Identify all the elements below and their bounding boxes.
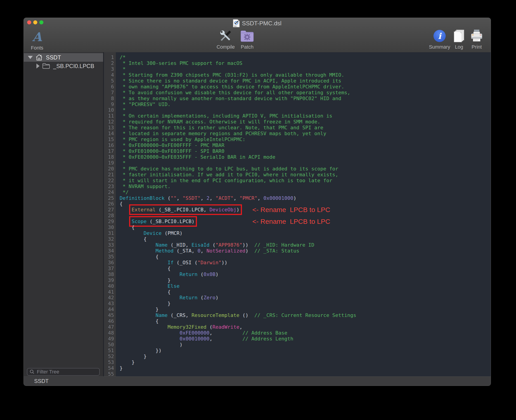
code-line[interactable]: } (120, 353, 491, 360)
code-line[interactable]: External (_SB_.PCI0.LPCB, DeviceObj)<- R… (120, 207, 491, 213)
line-number: 4 (104, 72, 114, 78)
code-line[interactable]: * 0xFE000000~0xFE00FFFF - PMC MBAR (120, 142, 491, 148)
code-line[interactable]: */ (120, 189, 491, 195)
code-line[interactable]: Else (120, 283, 491, 289)
line-number: 55 (104, 371, 114, 377)
code-line[interactable]: /* (120, 54, 491, 60)
code-line[interactable]: { (120, 318, 491, 324)
code-line[interactable]: If (_OSI ("Darwin")) (120, 260, 491, 266)
summary-icon: i (433, 30, 446, 42)
sidebar-item-ssdt[interactable]: SSDT (24, 53, 103, 62)
fonts-button[interactable]: A Fonts (25, 29, 50, 51)
code-line[interactable]: } (120, 365, 491, 371)
code-line[interactable]: } (120, 360, 491, 365)
code-line[interactable]: { (120, 236, 491, 242)
log-button[interactable]: Log (449, 28, 469, 50)
compile-button[interactable]: Compile (213, 28, 238, 50)
code-line[interactable]: Name (_CRS, ResourceTemplate () // _CRS:… (120, 312, 491, 318)
code-line[interactable]: { (120, 225, 491, 230)
code-line[interactable]: DefinitionBlock ("", "SSDT", 2, "ACDT", … (120, 195, 491, 201)
filter-tree-field[interactable] (27, 368, 100, 376)
line-number: 2 (104, 60, 114, 66)
code-line[interactable]: Return (0x0B) (120, 271, 491, 277)
code-line[interactable]: * located in separate memory regions and… (120, 131, 491, 136)
line-number: 54 (104, 365, 114, 371)
code-line[interactable]: } (120, 277, 491, 283)
line-number: 53 (104, 360, 114, 365)
code-line[interactable]: } (120, 307, 491, 312)
patch-button[interactable]: Patch (235, 28, 260, 50)
code-line[interactable]: * (120, 160, 491, 166)
rename-annotation: <- Rename LPCB to LPC (252, 207, 330, 213)
code-line[interactable]: }) (120, 348, 491, 353)
code-line[interactable]: * The reason for this is rather unclear.… (120, 125, 491, 131)
code-line[interactable]: * own naming "APP9876" to access this de… (120, 84, 491, 90)
code-line[interactable]: * PMC region is used by AppleIntelPCHPMC… (120, 136, 491, 142)
svg-text:DSL: DSL (234, 26, 236, 27)
code-line[interactable]: Scope (_SB.PCI0.LPCB)<- Rename LPCB to L… (120, 219, 491, 225)
window-title-group: DSL SSDT-PMC.dsl (24, 19, 491, 28)
path-bar: SSDT (24, 376, 491, 386)
code-line[interactable]: * 0xFE010000~0xFE010FFF - SPI BAR0 (120, 148, 491, 154)
maciasl-window: DSL SSDT-PMC.dsl A Fonts (23, 18, 491, 386)
line-number: 43 (104, 301, 114, 307)
code-line[interactable]: * NVRAM support. (120, 184, 491, 189)
code-line[interactable]: * On certain implementations, including … (120, 113, 491, 119)
patch-label: Patch (235, 44, 260, 50)
code-line[interactable]: * Intel 300-series PMC support for macOS (120, 60, 491, 66)
code-line[interactable]: Return (Zero) (120, 295, 491, 301)
line-number: 1 (104, 54, 114, 60)
print-button[interactable]: Print (467, 28, 486, 50)
code-line[interactable]: Device (PMCR) (120, 230, 491, 236)
title-bar[interactable]: DSL SSDT-PMC.dsl A Fonts (24, 18, 491, 52)
screen: DSL SSDT-PMC.dsl A Fonts (0, 0, 516, 420)
code-line[interactable]: Name (_HID, EisaId ("APP9876")) // _HID:… (120, 242, 491, 248)
line-number: 31 (104, 230, 114, 236)
log-icon (449, 28, 469, 44)
code-line[interactable]: * (120, 66, 491, 72)
code-line[interactable]: { (120, 254, 491, 260)
code-line[interactable]: } (120, 301, 491, 307)
sidebar-item-label: _SB.PCI0.LPCB (53, 63, 94, 69)
sidebar-item-label: SSDT (46, 54, 61, 61)
code-line[interactable]: Method (_STA, 0, NotSerialized) // _STA:… (120, 248, 491, 254)
window-title: SSDT-PMC.dsl (242, 20, 281, 27)
line-number: 16 (104, 142, 114, 148)
code-line[interactable]: * (120, 107, 491, 113)
code-line[interactable]: 0xFE000000, // Address Base (120, 330, 491, 336)
code-line[interactable]: * 0xFE020000~0xFE035FFF - SerialIo BAR i… (120, 154, 491, 160)
disclosure-closed-icon[interactable] (36, 64, 39, 68)
line-number: 19 (104, 160, 114, 166)
path-bar-label: SSDT (34, 378, 49, 384)
code-line[interactable] (120, 371, 491, 377)
code-lines[interactable]: /* * Intel 300-series PMC support for ma… (116, 52, 491, 377)
code-line[interactable]: * "PCHRESV" UID. (120, 102, 491, 107)
line-number: 22 (104, 178, 114, 184)
line-number: 5 (104, 78, 114, 84)
code-line[interactable]: 0x00010000, // Address Length (120, 336, 491, 342)
line-number: 45 (104, 312, 114, 318)
disclosure-open-icon[interactable] (28, 56, 33, 59)
code-line[interactable]: * Starting from Z390 chipsets PMC (D31:F… (120, 72, 491, 78)
code-line[interactable]: * as they normally use another non-stand… (120, 96, 491, 102)
code-line[interactable]: * PMC device has nothing to do to LPC bu… (120, 166, 491, 172)
code-line[interactable]: * Since there is no standard device for … (120, 78, 491, 84)
summary-label: Summary (427, 44, 452, 50)
code-line[interactable]: * it will start in the end of PCI config… (120, 178, 491, 184)
code-line[interactable]: Memory32Fixed (ReadWrite, (120, 324, 491, 330)
code-line[interactable]: * faster initialisation. If we add it to… (120, 172, 491, 178)
line-number: 33 (104, 242, 114, 248)
line-number: 38 (104, 271, 114, 277)
code-line[interactable]: * To avoid confusion we disable this dev… (120, 90, 491, 96)
line-number: 11 (104, 113, 114, 119)
code-line[interactable]: * required for NVRAM access. Otherwise i… (120, 119, 491, 125)
sidebar-item-sb-pci0-lpcb[interactable]: _SB.PCI0.LPCB (24, 62, 103, 70)
code-line[interactable]: { (120, 289, 491, 295)
code-line[interactable]: ) (120, 342, 491, 348)
code-line[interactable]: { (120, 266, 491, 271)
rename-highlight-box: External (_SB_.PCI0.LPCB, DeviceObj) (132, 207, 239, 212)
line-number: 40 (104, 283, 114, 289)
line-number: 24 (104, 189, 114, 195)
filter-tree-input[interactable] (36, 369, 97, 375)
summary-button[interactable]: i Summary (427, 28, 452, 50)
